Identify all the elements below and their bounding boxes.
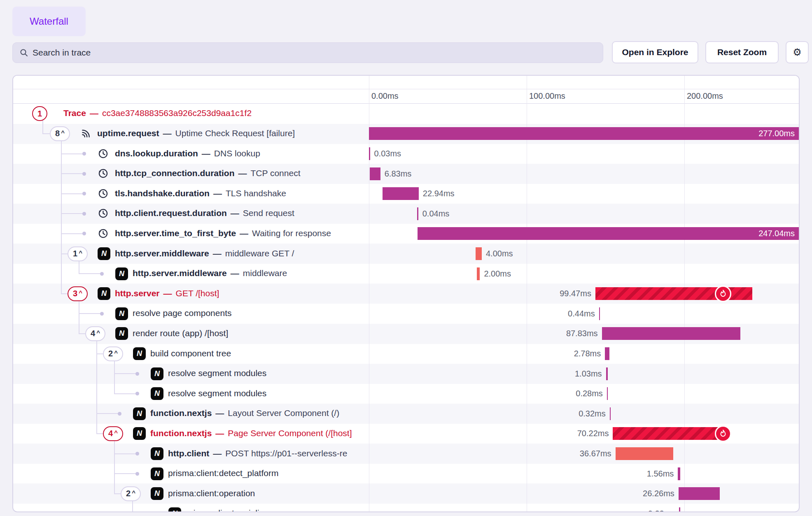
duration-bar[interactable] [607,387,608,400]
duration-bar[interactable] [369,127,799,140]
timeline-header: 0.00ms 100.00ms 200.00ms [13,76,799,104]
reset-zoom-button[interactable]: Reset Zoom [705,41,779,63]
span-row-label[interactable]: prisma:client:detect_platform [168,468,278,478]
span-row-label[interactable]: prisma:client:operation [168,488,255,498]
tree-connector-stub [79,273,102,274]
nextjs-icon: N [151,367,163,380]
open-in-explore-button[interactable]: Open in Explore [612,41,698,63]
separator: — [240,228,248,238]
clock-icon [98,168,109,181]
separator: — [231,208,239,218]
separator: — [213,188,222,198]
span-row-label[interactable]: http.server.middleware—middleware GET / [115,249,294,258]
tree-connector-stub [61,233,84,234]
duration-bar[interactable] [610,407,611,420]
duration-bar[interactable] [370,167,380,180]
span-description: GET /[host] [176,288,219,298]
span-row-label[interactable]: resolve segment modules [168,388,266,398]
span-op-name: http.client.request.duration [115,208,227,218]
tree-leaf-dot [82,172,86,176]
tree-connector-stub [79,313,102,314]
duration-bar[interactable] [613,427,723,440]
duration-bar[interactable] [616,447,674,460]
duration-bar[interactable] [418,227,799,240]
span-row-label[interactable]: uptime.request—Uptime Check Request [fai… [97,128,295,138]
duration-bar[interactable] [476,247,482,260]
span-count-pill[interactable]: 3^ [68,286,88,301]
duration-bar[interactable] [679,487,720,500]
duration-bar[interactable] [602,327,741,340]
span-count-pill[interactable]: 1^ [68,246,88,261]
span-count-pill[interactable]: 4^ [85,326,105,341]
span-row-label[interactable]: http.tcp_connection.duration—TCP connect [115,168,301,178]
duration-label: 99.47ms [509,289,591,298]
span-row-label[interactable]: prisma:client:serialize [186,508,268,512]
tree-connector-line [79,300,79,334]
span-description: Send request [243,208,294,218]
span-count-pill[interactable]: 8^ [50,126,70,141]
span-row-label[interactable]: function.nextjs—Layout Server Component … [150,408,339,418]
fire-slow-span-icon[interactable] [715,425,731,442]
duration-label: 2.00ms [484,269,511,279]
tree-leaf-dot [100,312,104,316]
span-row-label[interactable]: Trace—cc3ae3748883563a926c253d9aa1c1f2 [63,108,252,118]
span-count-pill[interactable]: 4^ [103,426,123,441]
span-op-name: build component tree [150,349,231,358]
duration-bar[interactable] [679,507,680,512]
tree-connector-stub [114,493,121,494]
span-count-pill[interactable]: 2^ [103,346,123,361]
duration-bar[interactable] [678,467,680,480]
duration-bar[interactable] [606,367,608,380]
duration-bar[interactable] [477,267,480,280]
span-op-name: prisma:client:detect_platform [168,468,278,478]
span-row-label[interactable]: http.client—POST https://p01--serverless… [168,449,347,458]
span-op-name: http.server.time_to_first_byte [115,228,236,238]
tab-waterfall[interactable]: Waterfall [12,7,86,36]
tree-connector-line [132,500,133,512]
span-count-pill[interactable]: 2^ [121,486,141,501]
duration-bar[interactable] [605,347,609,360]
tree-leaf-dot [82,232,86,235]
duration-bar[interactable] [417,207,418,220]
span-count-pill[interactable]: 1 [32,106,47,121]
span-row-label[interactable]: function.nextjs—Page Server Component (/… [150,428,352,438]
duration-bar[interactable] [599,307,600,320]
span-description: Waiting for response [252,228,331,238]
nextjs-icon: N [133,407,146,420]
span-row-label[interactable]: build component tree [150,349,231,358]
nextjs-icon: N [133,427,146,440]
span-row-label[interactable]: resolve segment modules [168,368,266,378]
span-row-label[interactable]: tls.handshake.duration—TLS handshake [115,188,286,198]
span-row-label[interactable]: http.server.time_to_first_byte—Waiting f… [115,228,331,238]
duration-label: 247.04ms [751,229,795,238]
search-input[interactable]: Search in trace [12,42,603,63]
span-description: TCP connect [250,168,300,178]
span-op-name: prisma:client:operation [168,488,255,498]
tree-connector-stub [61,213,84,214]
nextjs-icon: N [151,387,163,400]
span-row-label[interactable]: http.server.middleware—middleware [133,268,287,278]
span-description: cc3ae3748883563a926c253d9aa1c1f2 [102,108,252,118]
nextjs-icon: N [115,267,128,280]
nextjs-icon: N [151,467,163,480]
span-row-label[interactable]: resolve page components [133,308,232,318]
duration-label: 0.44ms [513,309,595,318]
axis-tick-200ms: 200.00ms [687,91,723,101]
span-op-name: uptime.request [97,128,159,138]
span-row-label[interactable]: http.server—GET /[host] [115,288,219,298]
tree-connector-stub [61,193,84,194]
span-op-name: function.nextjs [150,408,212,418]
span-row-label[interactable]: dns.lookup.duration—DNS lookup [115,149,260,158]
span-row-label[interactable]: http.client.request.duration—Send reques… [115,208,294,218]
duration-label: 0.32ms [523,409,606,418]
nextjs-icon: N [151,447,163,460]
duration-label: 0.28ms [520,389,603,398]
span-description: TLS handshake [226,188,286,198]
span-description: POST https://p01--serverless-re [225,449,347,458]
settings-button[interactable]: ⚙ [786,41,809,63]
span-row-label[interactable]: render route (app) /[host] [133,328,228,338]
duration-bar[interactable] [383,187,419,200]
fire-slow-span-icon[interactable] [715,286,731,302]
separator: — [238,168,247,178]
search-icon [19,48,28,57]
